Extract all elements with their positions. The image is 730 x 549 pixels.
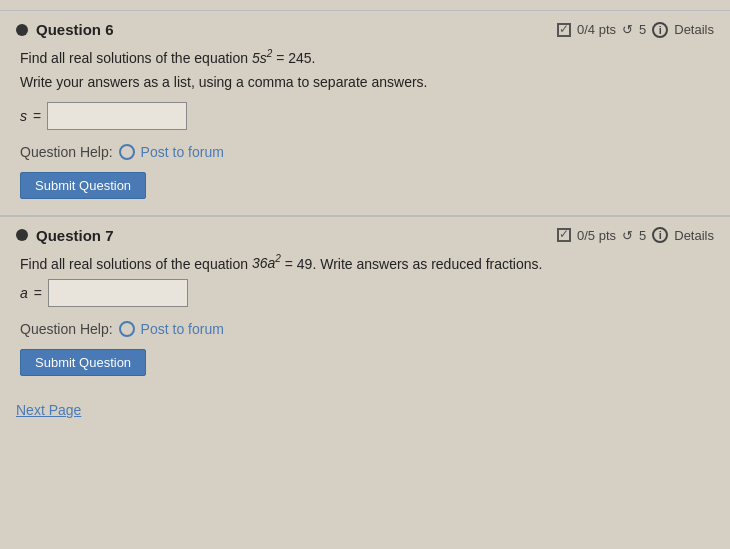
info-icon-q6[interactable]: i xyxy=(652,22,668,38)
answer-row-q6: s = xyxy=(20,102,710,130)
question-6-body: Find all real solutions of the equation … xyxy=(16,48,714,199)
undo-icon-q6: ↺ xyxy=(622,22,633,37)
question-6-meta: 0/4 pts ↺ 5 i Details xyxy=(557,22,714,38)
question-help-q6: Question Help: Post to forum xyxy=(20,144,710,160)
pts-label-q6: 0/4 pts xyxy=(577,22,616,37)
next-page-link[interactable]: Next Page xyxy=(0,392,97,428)
undo-icon-q7: ↺ xyxy=(622,228,633,243)
answer-var-q6: s xyxy=(20,108,27,124)
question-7-meta: 0/5 pts ↺ 5 i Details xyxy=(557,227,714,243)
details-link-q7[interactable]: Details xyxy=(674,228,714,243)
equals-sign-q7: = xyxy=(34,285,42,301)
question-6-label: Question 6 xyxy=(36,21,114,38)
forum-icon-q6 xyxy=(119,144,135,160)
question-6-block: Question 6 0/4 pts ↺ 5 i Details Find al… xyxy=(0,10,730,215)
help-label-q7: Question Help: xyxy=(20,321,113,337)
answer-input-q6[interactable] xyxy=(47,102,187,130)
pts-label-q7: 0/5 pts xyxy=(577,228,616,243)
next-page-container: Next Page xyxy=(0,392,730,428)
question-6-header: Question 6 0/4 pts ↺ 5 i Details xyxy=(16,21,714,38)
question-6-title: Question 6 xyxy=(16,21,114,38)
checkbox-icon-q6 xyxy=(557,23,571,37)
question-7-title: Question 7 xyxy=(16,227,114,244)
answer-var-q7: a xyxy=(20,285,28,301)
equation-line-q6: Find all real solutions of the equation … xyxy=(20,48,710,66)
instruction-line-q6: Write your answers as a list, using a co… xyxy=(20,74,710,90)
submit-btn-q7[interactable]: Submit Question xyxy=(20,349,146,376)
help-label-q6: Question Help: xyxy=(20,144,113,160)
page-container: Question 6 0/4 pts ↺ 5 i Details Find al… xyxy=(0,0,730,438)
question-help-q7: Question Help: Post to forum xyxy=(20,321,710,337)
details-link-q6[interactable]: Details xyxy=(674,22,714,37)
question-7-label: Question 7 xyxy=(36,227,114,244)
bullet-icon-q7 xyxy=(16,229,28,241)
post-forum-link-q6[interactable]: Post to forum xyxy=(141,144,224,160)
equation-line-q7: Find all real solutions of the equation … xyxy=(20,254,710,272)
post-forum-link-q7[interactable]: Post to forum xyxy=(141,321,224,337)
answer-input-q7[interactable] xyxy=(48,279,188,307)
forum-icon-q7 xyxy=(119,321,135,337)
question-7-block: Question 7 0/5 pts ↺ 5 i Details Find al… xyxy=(0,216,730,393)
bullet-icon-q6 xyxy=(16,24,28,36)
info-icon-q7[interactable]: i xyxy=(652,227,668,243)
checkbox-icon-q7 xyxy=(557,228,571,242)
question-7-body: Find all real solutions of the equation … xyxy=(16,254,714,377)
submit-btn-q6[interactable]: Submit Question xyxy=(20,172,146,199)
retries-q6: 5 xyxy=(639,22,646,37)
answer-row-q7: a = xyxy=(20,279,710,307)
retries-q7: 5 xyxy=(639,228,646,243)
question-7-header: Question 7 0/5 pts ↺ 5 i Details xyxy=(16,227,714,244)
equals-sign-q6: = xyxy=(33,108,41,124)
